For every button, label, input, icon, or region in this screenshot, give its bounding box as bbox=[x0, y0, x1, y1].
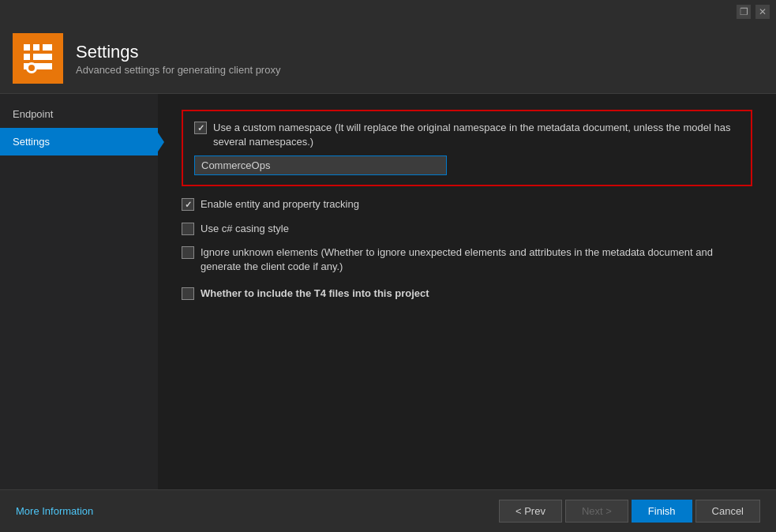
finish-button[interactable]: Finish bbox=[632, 500, 692, 523]
entity-tracking-checkbox[interactable] bbox=[182, 198, 194, 211]
svg-rect-4 bbox=[33, 54, 52, 60]
restore-button[interactable]: ❐ bbox=[737, 5, 751, 19]
namespace-input[interactable] bbox=[194, 155, 447, 175]
more-info-link[interactable]: More Information bbox=[16, 505, 93, 517]
custom-namespace-row: Use a custom namespace (It will replace … bbox=[194, 121, 740, 149]
svg-rect-3 bbox=[24, 54, 30, 60]
svg-rect-0 bbox=[24, 44, 30, 51]
t4-files-label: Whether to include the T4 files into thi… bbox=[201, 287, 429, 301]
prev-button[interactable]: < Prev bbox=[499, 500, 562, 523]
footer-buttons: < Prev Next > Finish Cancel bbox=[499, 500, 760, 523]
ignore-unknown-row: Ignore unknown elements (Whether to igno… bbox=[182, 245, 752, 274]
main-layout: Endpoint Settings Use a custom namespace… bbox=[0, 94, 776, 489]
custom-namespace-checkbox[interactable] bbox=[194, 122, 207, 134]
svg-rect-2 bbox=[43, 44, 52, 51]
svg-rect-1 bbox=[33, 44, 39, 51]
titlebar: ❐ ✕ bbox=[0, 0, 776, 24]
custom-namespace-label: Use a custom namespace (It will replace … bbox=[213, 121, 740, 149]
footer: More Information < Prev Next > Finish Ca… bbox=[0, 489, 776, 532]
page-title: Settings bbox=[76, 42, 280, 62]
ignore-unknown-label: Ignore unknown elements (Whether to igno… bbox=[201, 245, 752, 274]
next-button[interactable]: Next > bbox=[565, 500, 628, 523]
sidebar-item-settings[interactable]: Settings bbox=[0, 128, 158, 155]
page-subtitle: Advanced settings for generating client … bbox=[76, 64, 280, 76]
entity-tracking-row: Enable entity and property tracking bbox=[182, 197, 752, 212]
csharp-casing-label: Use c# casing style bbox=[201, 222, 289, 236]
custom-namespace-section: Use a custom namespace (It will replace … bbox=[182, 110, 752, 186]
sidebar-item-endpoint[interactable]: Endpoint bbox=[0, 100, 158, 128]
icon-graphic bbox=[21, 41, 55, 76]
ignore-unknown-checkbox[interactable] bbox=[182, 246, 194, 259]
t4-files-checkbox[interactable] bbox=[182, 287, 194, 300]
csharp-casing-checkbox[interactable] bbox=[182, 223, 194, 235]
header: Settings Advanced settings for generatin… bbox=[0, 24, 776, 94]
namespace-input-row bbox=[194, 155, 740, 175]
header-text: Settings Advanced settings for generatin… bbox=[76, 42, 280, 76]
sidebar: Endpoint Settings bbox=[0, 94, 158, 489]
csharp-casing-row: Use c# casing style bbox=[182, 222, 752, 236]
close-button[interactable]: ✕ bbox=[755, 5, 770, 19]
svg-point-7 bbox=[28, 65, 35, 71]
settings-icon bbox=[13, 33, 63, 84]
content-area: Use a custom namespace (It will replace … bbox=[158, 94, 776, 489]
entity-tracking-label: Enable entity and property tracking bbox=[201, 197, 359, 212]
cancel-button[interactable]: Cancel bbox=[695, 500, 760, 523]
t4-files-row: Whether to include the T4 files into thi… bbox=[182, 287, 752, 301]
